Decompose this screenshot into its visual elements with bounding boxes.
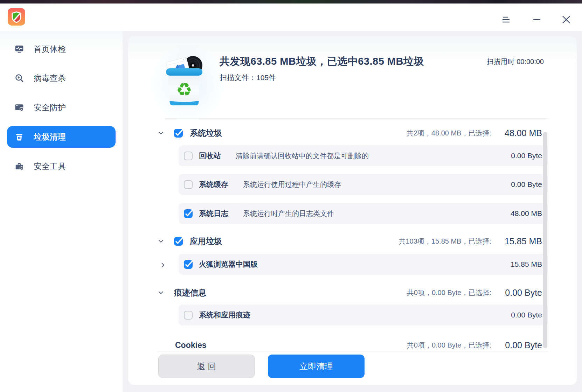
group-row-system-junk[interactable]: 系统垃圾 共2项，48.00 MB，已选择: 48.00 MB xyxy=(158,125,542,141)
list-item-system-app-traces[interactable]: 系统和应用痕迹 0.00 Byte xyxy=(179,304,548,326)
item-size: 48.00 MB xyxy=(511,209,542,218)
minimize-icon xyxy=(533,16,541,23)
item-label: 火狐浏览器中国版 xyxy=(199,259,258,269)
list-item-system-logs[interactable]: 系统日志 系统运行时产生的日志类文件 48.00 MB xyxy=(179,203,548,224)
monitor-pulse-icon xyxy=(15,44,24,54)
list-scrollbar-thumb[interactable] xyxy=(543,132,547,348)
list-item-recycle-bin[interactable]: 回收站 清除前请确认回收站中的文件都是可删除的 0.00 Byte xyxy=(179,145,548,166)
item-size: 0.00 Byte xyxy=(511,152,542,160)
group-selected-size: 0.00 Byte xyxy=(500,288,542,298)
back-button[interactable]: 返 回 xyxy=(158,355,255,378)
scan-duration: 扫描用时 00:00:00 xyxy=(487,57,544,66)
item-size: 0.00 Byte xyxy=(511,180,542,189)
item-label: 回收站 xyxy=(199,151,221,161)
close-button[interactable] xyxy=(559,12,574,27)
item-description: 清除前请确认回收站中的文件都是可删除的 xyxy=(236,151,369,161)
scanned-files-count: 扫描文件：105件 xyxy=(220,73,276,83)
item-size: 0.00 Byte xyxy=(511,311,542,319)
item-description: 系统运行时产生的日志类文件 xyxy=(243,209,334,218)
sidebar-item-label: 安全防护 xyxy=(34,102,66,113)
group-stats: 共2项，48.00 MB，已选择: xyxy=(407,128,491,138)
item-label: 系统和应用痕迹 xyxy=(199,310,250,320)
group-selected-size: 0.00 Byte xyxy=(500,340,542,350)
chevron-right-icon[interactable] xyxy=(161,262,165,268)
group-label: 系统垃圾 xyxy=(190,128,222,139)
item-checkbox[interactable] xyxy=(184,180,193,189)
minimize-button[interactable] xyxy=(529,12,545,27)
item-checkbox[interactable] xyxy=(184,152,193,160)
close-icon xyxy=(562,15,570,24)
group-stats: 共103项，15.85 MB，已选择: xyxy=(399,237,491,246)
item-label: 系统缓存 xyxy=(199,180,228,189)
trash-bin-illustration: ♻ xyxy=(165,54,205,108)
trash-recycle-icon xyxy=(15,132,24,141)
sidebar-item-label: 安全工具 xyxy=(34,161,66,172)
list-item-firefox-cn[interactable]: 火狐浏览器中国版 15.85 MB xyxy=(179,254,548,275)
toolbox-shield-icon xyxy=(15,162,24,171)
group-stats: 共0项，0.00 Byte，已选择: xyxy=(407,341,491,350)
footer-divider xyxy=(157,351,548,351)
sidebar-item-virus-scan[interactable]: 病毒查杀 xyxy=(7,67,116,89)
sidebar: 首页体检 病毒查杀 安全防护 垃圾清理 xyxy=(0,31,123,392)
hamburger-icon xyxy=(502,16,510,23)
sidebar-item-junk-cleanup[interactable]: 垃圾清理 xyxy=(7,126,116,148)
scan-result-title: 共发现63.85 MB垃圾，已选中63.85 MB垃圾 xyxy=(220,55,424,69)
group-label: 痕迹信息 xyxy=(174,287,206,298)
sidebar-item-label: 垃圾清理 xyxy=(34,132,66,142)
svg-text:♻: ♻ xyxy=(176,79,193,100)
group-checkbox[interactable] xyxy=(174,237,183,246)
main-panel: ♻ 共发现63.85 MB垃圾，已选中63.85 MB垃圾 扫描用时 00:00… xyxy=(128,36,577,385)
item-checkbox[interactable] xyxy=(184,260,193,269)
sidebar-item-label: 病毒查杀 xyxy=(34,73,66,84)
sidebar-item-label: 首页体检 xyxy=(34,44,66,55)
group-label: Cookies xyxy=(175,341,206,350)
sidebar-item-security-tools[interactable]: 安全工具 xyxy=(7,155,116,177)
item-label: 系统日志 xyxy=(199,209,228,218)
chevron-down-icon[interactable] xyxy=(158,291,164,294)
clean-button-label: 立即清理 xyxy=(299,361,333,372)
group-row-trace-info[interactable]: 痕迹信息 共0项，0.00 Byte，已选择: 0.00 Byte xyxy=(158,284,542,301)
titlebar xyxy=(0,4,582,31)
app-logo-icon xyxy=(8,8,25,26)
group-stats: 共0项，0.00 Byte，已选择: xyxy=(407,288,491,298)
item-size: 15.85 MB xyxy=(511,260,542,268)
group-row-app-junk[interactable]: 应用垃圾 共103项，15.85 MB，已选择: 15.85 MB xyxy=(158,233,542,250)
list-top-divider xyxy=(165,118,548,119)
list-item-system-cache[interactable]: 系统缓存 系统运行使用过程中产生的缓存 0.00 Byte xyxy=(179,174,548,195)
item-checkbox[interactable] xyxy=(184,209,193,218)
chevron-down-icon[interactable] xyxy=(158,131,164,135)
magnifier-bolt-icon xyxy=(15,74,24,83)
item-checkbox[interactable] xyxy=(184,311,193,320)
group-checkbox[interactable] xyxy=(174,129,183,138)
desktop-background-strip xyxy=(0,0,582,4)
group-selected-size: 15.85 MB xyxy=(500,236,542,246)
sidebar-item-home-checkup[interactable]: 首页体检 xyxy=(7,38,116,60)
menu-button[interactable] xyxy=(498,12,514,27)
item-description: 系统运行使用过程中产生的缓存 xyxy=(243,180,341,189)
chevron-down-icon[interactable] xyxy=(158,239,164,243)
group-label: 应用垃圾 xyxy=(190,236,222,247)
back-button-label: 返 回 xyxy=(197,361,216,372)
clean-now-button[interactable]: 立即清理 xyxy=(268,355,365,378)
group-selected-size: 48.00 MB xyxy=(500,128,542,138)
window-shield-icon xyxy=(15,103,24,112)
sidebar-item-security-protection[interactable]: 安全防护 xyxy=(7,97,116,118)
